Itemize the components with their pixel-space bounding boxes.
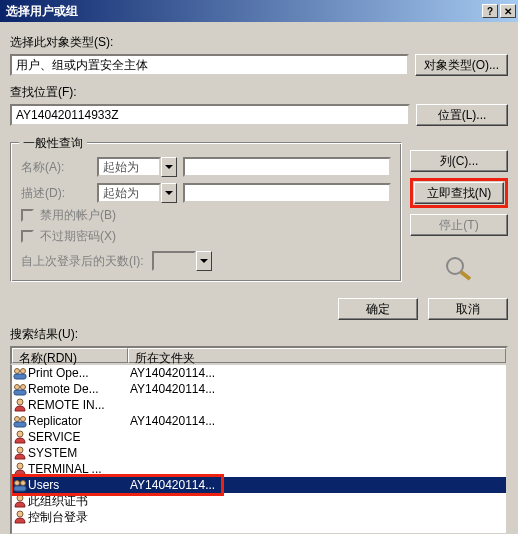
row-name: Remote De... — [28, 382, 128, 396]
svg-point-9 — [15, 417, 20, 422]
chevron-down-icon — [161, 157, 177, 177]
groupbox-title: 一般性查询 — [19, 135, 87, 152]
desc-label: 描述(D): — [21, 185, 91, 202]
desc-input[interactable] — [183, 183, 391, 203]
user-icon — [12, 445, 28, 461]
group-icon — [12, 413, 28, 429]
help-button[interactable]: ? — [482, 4, 498, 18]
svg-point-0 — [447, 258, 463, 274]
row-folder: AY140420114... — [128, 366, 506, 380]
chevron-down-icon — [196, 251, 212, 271]
dayssince-label: 自上次登录后的天数(I): — [21, 253, 144, 270]
row-folder: AY140420114... — [128, 478, 506, 492]
user-icon — [12, 509, 28, 525]
user-icon — [12, 461, 28, 477]
row-folder: AY140420114... — [128, 382, 506, 396]
svg-rect-11 — [14, 422, 26, 427]
list-item[interactable]: Remote De...AY140420114... — [12, 381, 506, 397]
row-name: SERVICE — [28, 430, 128, 444]
titlebar: 选择用户或组 ? ✕ — [0, 0, 518, 22]
svg-rect-7 — [14, 390, 26, 395]
svg-rect-17 — [14, 486, 26, 491]
svg-point-12 — [17, 431, 23, 437]
row-name: REMOTE IN... — [28, 398, 128, 412]
row-folder: AY140420114... — [128, 414, 506, 428]
highlight-findnow: 立即查找(N) — [410, 178, 508, 208]
svg-point-3 — [21, 369, 26, 374]
svg-point-19 — [17, 511, 23, 517]
objecttype-input[interactable] — [10, 54, 409, 76]
dayssince-combo[interactable] — [152, 251, 212, 271]
name-input[interactable] — [183, 157, 391, 177]
row-name: 此组织证书 — [28, 493, 128, 510]
svg-rect-4 — [14, 374, 26, 379]
group-icon — [12, 477, 28, 493]
row-name: Users — [28, 478, 128, 492]
window-title: 选择用户或组 — [2, 3, 480, 20]
user-icon — [12, 493, 28, 509]
svg-point-8 — [17, 399, 23, 405]
name-label: 名称(A): — [21, 159, 91, 176]
desc-operator-combo[interactable] — [97, 183, 177, 203]
objecttype-button[interactable]: 对象类型(O)... — [415, 54, 508, 76]
svg-point-6 — [21, 385, 26, 390]
user-icon — [12, 429, 28, 445]
svg-point-2 — [15, 369, 20, 374]
svg-point-10 — [21, 417, 26, 422]
list-item[interactable]: SERVICE — [12, 429, 506, 445]
list-item[interactable]: Print Ope...AY140420114... — [12, 365, 506, 381]
results-list[interactable]: Print Ope...AY140420114...Remote De...AY… — [10, 365, 508, 534]
svg-point-13 — [17, 447, 23, 453]
results-label: 搜索结果(U): — [10, 326, 508, 343]
cancel-button[interactable]: 取消 — [428, 298, 508, 320]
results-header: 名称(RDN) 所在文件夹 — [10, 346, 508, 365]
group-icon — [12, 381, 28, 397]
name-operator-combo[interactable] — [97, 157, 177, 177]
user-icon — [12, 397, 28, 413]
row-name: Print Ope... — [28, 366, 128, 380]
col-folder[interactable]: 所在文件夹 — [128, 348, 506, 363]
svg-point-16 — [21, 481, 26, 486]
location-button[interactable]: 位置(L)... — [416, 104, 508, 126]
svg-point-15 — [15, 481, 20, 486]
columns-button[interactable]: 列(C)... — [410, 150, 508, 172]
close-button[interactable]: ✕ — [500, 4, 516, 18]
location-input[interactable] — [10, 104, 410, 126]
list-item[interactable]: TERMINAL ... — [12, 461, 506, 477]
common-queries-groupbox: 一般性查询 名称(A): 描述(D): 禁用的 — [10, 142, 402, 282]
row-name: 控制台登录 — [28, 509, 128, 526]
ok-button[interactable]: 确定 — [338, 298, 418, 320]
disabled-accounts-checkbox[interactable]: 禁用的帐户(B) — [21, 207, 391, 224]
group-icon — [12, 365, 28, 381]
svg-point-5 — [15, 385, 20, 390]
list-item[interactable]: SYSTEM — [12, 445, 506, 461]
row-name: Replicator — [28, 414, 128, 428]
list-item[interactable]: REMOTE IN... — [12, 397, 506, 413]
col-name[interactable]: 名称(RDN) — [12, 348, 128, 363]
objecttype-label: 选择此对象类型(S): — [10, 34, 508, 51]
chevron-down-icon — [161, 183, 177, 203]
location-label: 查找位置(F): — [10, 84, 508, 101]
svg-point-18 — [17, 495, 23, 501]
svg-point-14 — [17, 463, 23, 469]
svg-line-1 — [461, 272, 470, 279]
row-name: SYSTEM — [28, 446, 128, 460]
list-item[interactable]: 此组织证书 — [12, 493, 506, 509]
search-magnifier-icon — [443, 254, 475, 282]
findnow-button[interactable]: 立即查找(N) — [414, 182, 504, 204]
row-name: TERMINAL ... — [28, 462, 128, 476]
stop-button[interactable]: 停止(T) — [410, 214, 508, 236]
list-item[interactable]: ReplicatorAY140420114... — [12, 413, 506, 429]
list-item[interactable]: 控制台登录 — [12, 509, 506, 525]
list-item[interactable]: UsersAY140420114... — [12, 477, 506, 493]
neverexpire-checkbox[interactable]: 不过期密码(X) — [21, 228, 391, 245]
